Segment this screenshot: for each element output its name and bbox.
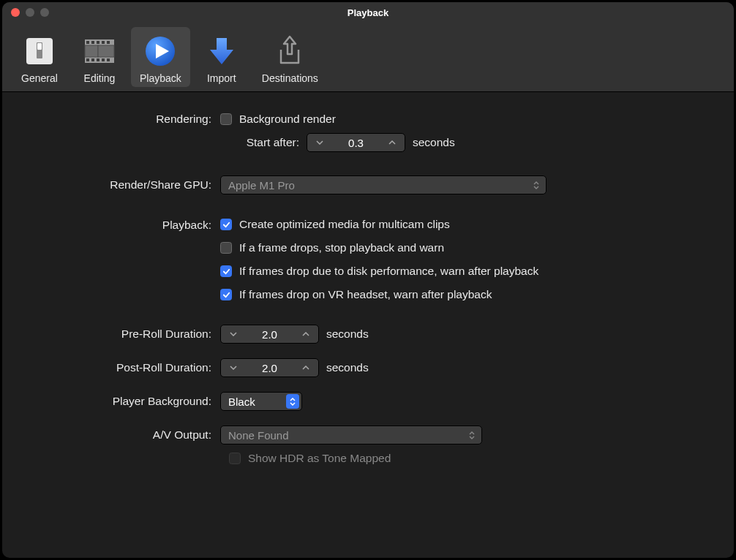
playback-row: Playback: Create optimized media for mul… [31,218,705,301]
toolbar-item-playback[interactable]: Playback [131,27,190,87]
svg-rect-2 [37,43,42,50]
hdr-row: Show HDR as Tone Mapped [229,452,705,465]
preroll-stepper[interactable]: 2.0 [220,325,319,344]
svg-rect-12 [97,58,99,61]
playback-opt1-checkbox[interactable] [220,219,232,230]
stepper-value: 0.3 [332,137,380,149]
svg-rect-5 [86,41,89,44]
start-after-stepper[interactable]: 0.3 [307,133,405,152]
seconds-label: seconds [326,328,369,341]
playback-label: Playback: [31,218,220,232]
preroll-label: Pre-Roll Duration: [31,328,220,341]
rendering-label: Rendering: [31,113,220,126]
stepper-down-icon[interactable] [221,359,246,377]
stepper-value: 2.0 [246,328,293,341]
toolbar-item-general[interactable]: General [11,27,68,87]
svg-rect-7 [97,41,99,44]
rendering-row: Rendering: Background render [31,113,705,126]
window-title: Playback [2,7,734,18]
svg-rect-8 [102,41,105,44]
start-after-label: Start after: [220,136,299,149]
postroll-row: Post-Roll Duration: 2.0 seconds [31,358,705,377]
destinations-icon [270,31,309,71]
svg-rect-15 [85,45,98,57]
preferences-toolbar: General Editing [2,23,734,92]
preroll-row: Pre-Roll Duration: 2.0 seconds [31,325,705,344]
av-output-select[interactable]: None Found [220,425,482,444]
toolbar-label: Destinations [262,72,318,84]
player-bg-label: Player Background: [31,395,220,408]
toolbar-label: Import [207,72,236,84]
general-icon [20,31,59,71]
playback-opt4-label: If frames drop on VR headset, warn after… [239,288,492,301]
select-arrows-icon [466,428,478,442]
gpu-label: Render/Share GPU: [31,178,220,192]
stepper-up-icon[interactable] [293,325,318,343]
seconds-label: seconds [413,136,455,149]
stepper-up-icon[interactable] [293,359,318,377]
player-bg-row: Player Background: Black [31,392,705,411]
av-output-value: None Found [228,429,289,442]
player-bg-select[interactable]: Black [220,392,302,411]
playback-icon [140,31,180,71]
svg-rect-14 [107,58,110,61]
svg-rect-6 [91,41,94,44]
playback-opt4-checkbox[interactable] [220,289,232,300]
playback-opt2-label: If a frame drops, stop playback and warn [239,241,444,254]
maximize-button[interactable] [40,8,49,17]
stepper-down-icon[interactable] [307,134,332,151]
content-area: Rendering: Background render Start after… [2,92,734,487]
toolbar-label: Editing [84,72,116,84]
toolbar-item-destinations[interactable]: Destinations [253,27,327,87]
import-icon [202,31,241,71]
svg-rect-11 [91,58,94,61]
gpu-select[interactable]: Apple M1 Pro [220,175,547,194]
gpu-value: Apple M1 Pro [228,179,295,192]
playback-opt3-checkbox[interactable] [220,265,232,277]
postroll-label: Post-Roll Duration: [31,361,220,374]
seconds-label: seconds [326,361,369,374]
minimize-button[interactable] [26,8,34,17]
stepper-down-icon[interactable] [221,325,246,343]
playback-opt2-checkbox[interactable] [220,242,232,254]
stepper-up-icon[interactable] [380,134,405,151]
toolbar-item-import[interactable]: Import [193,27,250,87]
svg-rect-16 [98,45,114,57]
select-arrows-icon [286,394,299,409]
toolbar-label: Playback [140,72,181,84]
svg-rect-13 [102,58,105,61]
preferences-window: Playback General [2,2,734,558]
editing-icon [80,31,119,71]
toolbar-label: General [21,72,58,84]
gpu-row: Render/Share GPU: Apple M1 Pro [31,175,705,194]
playback-opt3-label: If frames drop due to disk performance, … [239,265,538,278]
stepper-value: 2.0 [246,362,293,374]
background-render-label: Background render [239,113,336,126]
player-bg-value: Black [228,396,255,408]
select-arrows-icon [530,178,542,192]
playback-opt1-label: Create optimized media for multicam clip… [239,218,450,231]
av-output-row: A/V Output: None Found [31,425,705,444]
traffic-lights [2,8,49,17]
svg-rect-10 [86,58,89,61]
svg-rect-9 [107,41,110,44]
postroll-stepper[interactable]: 2.0 [220,358,319,377]
start-after-row: Start after: 0.3 seconds [220,133,705,152]
hdr-checkbox [229,453,241,464]
av-output-label: A/V Output: [31,428,220,442]
toolbar-item-editing[interactable]: Editing [71,27,128,87]
titlebar: Playback [2,2,734,23]
close-button[interactable] [11,8,20,17]
hdr-label: Show HDR as Tone Mapped [248,452,391,465]
background-render-checkbox[interactable] [220,113,232,125]
